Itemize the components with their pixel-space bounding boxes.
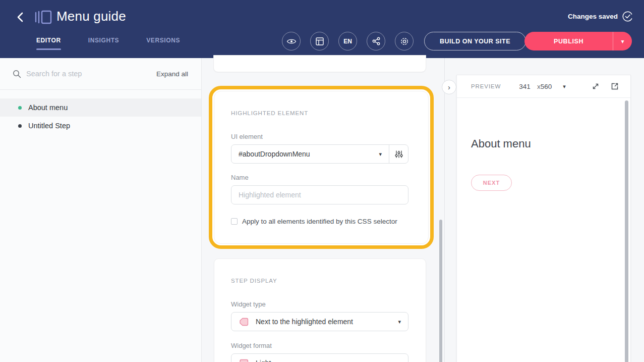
preview-title: PREVIEW [471, 83, 501, 89]
caret-down-icon: ▾ [379, 151, 382, 158]
preview-next-button[interactable]: NEXT [471, 175, 512, 191]
settings-button[interactable] [395, 32, 414, 50]
publish-button[interactable]: PUBLISH [524, 32, 613, 50]
viewport-height-value: 560 [541, 83, 552, 90]
sliders-icon [395, 150, 403, 159]
widget-format-value: Light [256, 359, 271, 362]
widget-type-select[interactable]: Next to the highlighted element ▾ [231, 312, 408, 331]
widget-type-label: Widget type [231, 300, 408, 308]
highlighted-element-focus-ring: HIGHLIGHTED ELEMENT UI element #aboutDro… [209, 86, 434, 249]
collapse-preview-button[interactable]: › [442, 80, 456, 94]
widget-type-value: Next to the highlighted element [256, 318, 353, 326]
apply-all-checkbox-row[interactable]: Apply to all elements identified by this… [231, 218, 408, 225]
caret-down-icon: ▾ [398, 319, 401, 325]
apply-all-checkbox[interactable] [231, 218, 238, 225]
widget-format-label: Widget format [231, 342, 408, 349]
expand-all-link[interactable]: Expand all [156, 70, 188, 78]
eye-icon [286, 38, 297, 45]
apply-all-label: Apply to all elements identified by this… [242, 218, 397, 225]
build-on-your-site-button[interactable]: BUILD ON YOUR SITE [424, 32, 526, 50]
search-icon [13, 70, 21, 78]
steps-sidebar: Expand all About menu Untitled Step [0, 58, 202, 362]
language-label: EN [343, 38, 352, 45]
editor-main-column: HIGHLIGHTED ELEMENT UI element #aboutDro… [202, 58, 445, 362]
ui-element-label: UI element [231, 133, 408, 140]
step-item-untitled-step[interactable]: Untitled Step [0, 117, 201, 135]
dimension-separator: x [537, 83, 541, 90]
publish-dropdown-button[interactable]: ▾ [613, 32, 632, 50]
editor-scrollbar[interactable] [439, 220, 442, 362]
highlighted-element-card: HIGHLIGHTED ELEMENT UI element #aboutDro… [214, 91, 429, 244]
search-step-input[interactable] [26, 70, 156, 78]
top-header: Menu guide Changes saved EDITOR INSIGHTS… [0, 0, 644, 58]
preview-header: PREVIEW 341 x 560 ▾ [457, 75, 630, 98]
section-title: HIGHLIGHTED ELEMENT [231, 110, 408, 116]
preview-viewport: About menu NEXT [457, 98, 630, 362]
layout-icon [316, 37, 324, 45]
element-name-input[interactable] [231, 185, 408, 204]
chevron-down-icon: ▾ [621, 38, 624, 45]
preview-panel: PREVIEW 341 x 560 ▾ [456, 75, 631, 362]
chevron-right-icon: › [448, 83, 450, 91]
tab-insights[interactable]: INSIGHTS [88, 37, 119, 51]
step-item-label: Untitled Step [28, 122, 70, 130]
changes-saved-label: Changes saved [568, 13, 618, 20]
open-in-new-window-button[interactable] [610, 82, 619, 91]
header-action-buttons: EN BUILD ON YOUR SITE [282, 32, 526, 50]
tab-versions[interactable]: VERSIONS [146, 37, 180, 51]
header-tabs: EDITOR INSIGHTS VERSIONS [36, 37, 180, 51]
step-item-label: About menu [28, 104, 68, 112]
step-status-dot [18, 124, 22, 128]
caret-down-icon: ▾ [398, 360, 401, 362]
preview-tools [591, 82, 619, 91]
section-title: STEP DISPLAY [231, 278, 408, 284]
guide-logo-icon [34, 9, 52, 25]
step-status-dot [18, 106, 22, 110]
step-list: About menu Untitled Step [0, 98, 201, 135]
previous-settings-card-partial [213, 55, 426, 72]
app-window: Menu guide Changes saved EDITOR INSIGHTS… [0, 0, 644, 362]
tab-editor[interactable]: EDITOR [36, 37, 61, 51]
preview-eye-button[interactable] [282, 32, 301, 50]
name-label: Name [231, 174, 408, 181]
step-display-card: STEP DISPLAY Widget type Next to the hig… [214, 258, 426, 362]
changes-saved-status: Changes saved [568, 11, 633, 22]
layout-button[interactable] [310, 32, 329, 50]
share-button[interactable] [367, 32, 385, 50]
viewport-size-select[interactable]: 341 x 560 ▾ [519, 83, 565, 90]
step-search-row: Expand all [0, 58, 201, 90]
guide-title: Menu guide [56, 9, 126, 24]
expand-preview-button[interactable] [591, 82, 600, 91]
back-button[interactable] [13, 10, 27, 24]
publish-button-group: PUBLISH ▾ [524, 32, 632, 50]
share-icon [372, 37, 380, 45]
open-in-new-icon [611, 82, 619, 90]
ui-element-select[interactable]: #aboutDropdownMenu ▾ [231, 145, 389, 163]
step-item-about-menu[interactable]: About menu [0, 98, 201, 117]
preview-step-title: About menu [471, 137, 531, 150]
language-button[interactable]: EN [338, 32, 357, 50]
check-circle-icon [622, 11, 633, 22]
tooltip-widget-icon [239, 317, 249, 327]
preview-scrollbar[interactable] [625, 100, 628, 362]
widget-format-select[interactable]: Light ▾ [231, 353, 408, 362]
caret-down-icon: ▾ [563, 83, 566, 90]
element-selector-settings-button[interactable] [389, 145, 408, 163]
gear-icon [400, 37, 409, 46]
expand-icon [592, 82, 600, 90]
ui-element-select-group: #aboutDropdownMenu ▾ [231, 144, 408, 164]
light-format-icon [239, 358, 249, 362]
viewport-width-value: 341 [519, 83, 531, 90]
chevron-left-icon [16, 11, 24, 23]
ui-element-value: #aboutDropdownMenu [239, 150, 310, 158]
